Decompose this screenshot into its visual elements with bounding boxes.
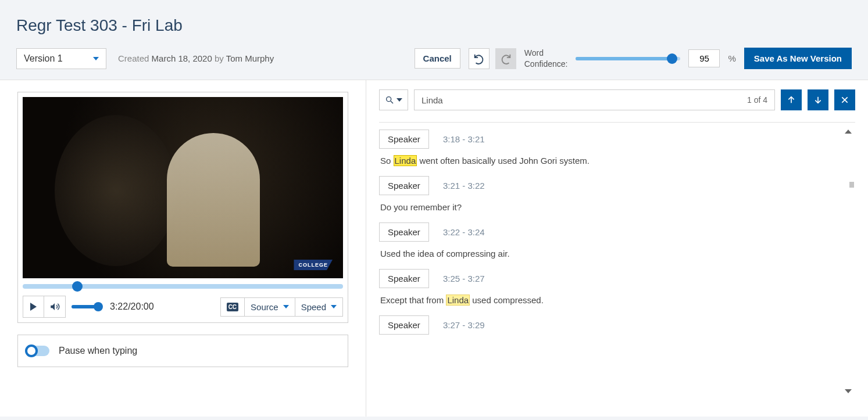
speaker-button[interactable]: Speaker [379,269,429,288]
search-icon [385,95,394,105]
transcript-segment: Speaker3:18 - 3:21So Linda went often ba… [379,130,855,166]
confidence-label: Word Confidence: [524,48,568,69]
speaker-button[interactable]: Speaker [379,176,429,195]
scrollbar-marker [849,182,854,188]
segment-time: 3:22 - 3:24 [443,227,485,237]
undo-button[interactable] [469,48,490,69]
source-dropdown[interactable]: Source [245,297,295,317]
volume-icon [49,301,60,312]
transcript-segment: Speaker3:21 - 3:22Do you remember it? [379,176,855,212]
video-frame[interactable]: COLLEGE [23,97,343,278]
cc-icon: CC [227,303,238,311]
search-close-button[interactable] [834,89,855,110]
redo-button[interactable] [495,48,516,69]
segment-text[interactable]: Used the idea of compressing air. [379,249,855,259]
search-prev-button[interactable] [781,89,802,110]
expand-down-icon[interactable] [845,389,852,393]
confidence-slider[interactable] [576,57,680,60]
arrow-up-icon [787,95,796,105]
confidence-input[interactable] [688,49,720,67]
segment-text[interactable]: Except that from Linda used compressed. [379,295,855,305]
search-next-button[interactable] [808,89,828,110]
speaker-button[interactable]: Speaker [379,222,429,242]
speaker-button[interactable]: Speaker [379,130,429,149]
chevron-down-icon [331,305,337,308]
search-input[interactable] [422,95,747,105]
arrow-down-icon [813,95,823,105]
page-title: Regr Test 303 - Fri Lab [16,16,852,35]
play-button[interactable] [23,296,44,317]
search-mode-dropdown[interactable] [379,89,408,110]
undo-icon [473,52,485,65]
volume-slider[interactable] [72,305,101,308]
search-highlight: Linda [394,155,417,166]
created-info: Created March 18, 2020 by Tom Murphy [118,53,274,63]
collapse-up-icon[interactable] [845,130,852,134]
transcript-segment: Speaker3:27 - 3:29 [379,315,855,335]
time-display: 3:22/20:00 [110,301,154,312]
segment-time: 3:18 - 3:21 [443,134,485,144]
speed-dropdown[interactable]: Speed [295,297,343,317]
transcript-panel: Speaker3:18 - 3:21So Linda went often ba… [379,130,855,397]
save-button[interactable]: Save As New Version [744,48,852,69]
transcript-segment: Speaker3:25 - 3:27Except that from Linda… [379,269,855,305]
percent-label: % [728,53,735,63]
cc-button[interactable]: CC [220,297,245,317]
transcript-segment: Speaker3:22 - 3:24Used the idea of compr… [379,222,855,259]
chevron-down-icon [283,305,289,308]
volume-button[interactable] [44,296,65,317]
search-highlight: Linda [446,295,470,306]
segment-time: 3:21 - 3:22 [443,181,485,191]
cancel-button[interactable]: Cancel [415,48,460,69]
redo-icon [499,52,512,65]
segment-text[interactable]: So Linda went often basically used John … [379,156,855,166]
pause-typing-toggle[interactable] [26,346,49,356]
svg-point-0 [387,97,391,102]
video-progress[interactable] [23,284,343,289]
close-icon [840,95,849,105]
segment-text[interactable]: Do you remember it? [379,202,855,212]
version-selected: Version 1 [24,53,63,64]
play-icon [30,303,37,311]
video-badge: COLLEGE [294,260,333,270]
segment-time: 3:25 - 3:27 [443,274,485,283]
chevron-down-icon [397,98,402,102]
svg-line-1 [391,101,393,103]
pause-typing-label: Pause when typing [59,346,137,356]
version-dropdown[interactable]: Version 1 [16,48,106,69]
segment-time: 3:27 - 3:29 [443,320,485,330]
search-result-count: 1 of 4 [747,95,767,105]
speaker-button[interactable]: Speaker [379,315,429,335]
video-player: COLLEGE 3:22/20:00 CC [17,92,348,323]
chevron-down-icon [93,57,99,60]
